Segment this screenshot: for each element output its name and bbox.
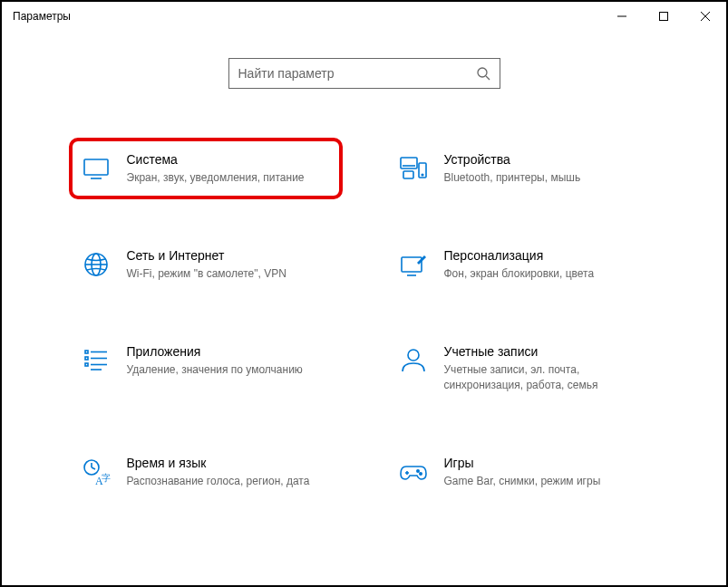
search-icon [476,66,490,81]
devices-icon [399,154,428,183]
tile-title: Приложения [127,344,330,359]
maximize-button[interactable] [643,2,684,31]
window-controls [601,2,726,31]
time-language-icon: A 字 [82,457,111,486]
tile-network[interactable]: Сеть и Интернет Wi-Fi, режим "в самолете… [74,239,337,290]
tile-desc: Распознавание голоса, регион, дата [127,474,330,488]
tile-accounts[interactable]: Учетные записи Учетные записи, эл. почта… [392,335,655,400]
person-icon [399,346,428,375]
gamepad-icon [399,457,428,486]
tile-title: Устройства [444,152,647,167]
svg-rect-11 [403,171,413,178]
tile-title: Система [127,152,330,167]
svg-rect-18 [85,351,88,353]
tile-desc: Bluetooth, принтеры, мышь [444,170,647,185]
content-area: Система Экран, звук, уведомления, питани… [2,31,726,497]
svg-point-12 [422,174,423,176]
tile-gaming[interactable]: Игры Game Bar, снимки, режим игры [392,447,655,497]
svg-rect-16 [402,257,422,272]
svg-point-33 [416,470,418,472]
tile-title: Время и язык [127,456,330,470]
search-input[interactable] [238,66,476,81]
tile-desc: Фон, экран блокировки, цвета [444,266,647,281]
titlebar: Параметры [2,2,726,31]
tile-desc: Учетные записи, эл. почта, синхронизация… [444,362,647,391]
tile-desc: Wi-Fi, режим "в самолете", VPN [127,266,330,281]
svg-rect-8 [401,158,417,168]
svg-rect-22 [85,363,88,366]
svg-point-25 [408,350,419,361]
tile-desc: Game Bar, снимки, режим игры [444,474,647,488]
svg-point-4 [478,68,487,77]
window-title: Параметры [13,10,71,23]
globe-icon [82,250,111,279]
svg-line-5 [486,76,490,80]
tile-apps[interactable]: Приложения Удаление, значения по умолчан… [74,335,337,400]
close-button[interactable] [684,2,726,31]
personalization-icon [399,250,428,279]
svg-point-34 [419,473,421,475]
display-icon [82,154,111,183]
tile-desc: Экран, звук, уведомления, питание [127,170,330,185]
tile-title: Учетные записи [444,344,647,359]
svg-rect-6 [84,159,108,175]
tile-title: Игры [444,456,647,470]
settings-grid: Система Экран, звук, уведомления, питани… [74,143,655,497]
search-box[interactable] [228,58,500,89]
tile-devices[interactable]: Устройства Bluetooth, принтеры, мышь [392,143,655,194]
minimize-button[interactable] [601,2,643,31]
tile-personalization[interactable]: Персонализация Фон, экран блокировки, цв… [392,239,655,290]
tile-desc: Удаление, значения по умолчанию [127,362,330,377]
tile-time-language[interactable]: A 字 Время и язык Распознавание голоса, р… [74,447,337,497]
svg-line-28 [92,467,95,469]
svg-rect-1 [660,13,668,21]
tile-title: Персонализация [444,248,647,263]
svg-text:字: 字 [102,473,111,483]
tile-title: Сеть и Интернет [127,248,330,263]
svg-rect-20 [85,357,88,360]
tile-system[interactable]: Система Экран, звук, уведомления, питани… [69,138,343,199]
apps-icon [82,346,111,375]
